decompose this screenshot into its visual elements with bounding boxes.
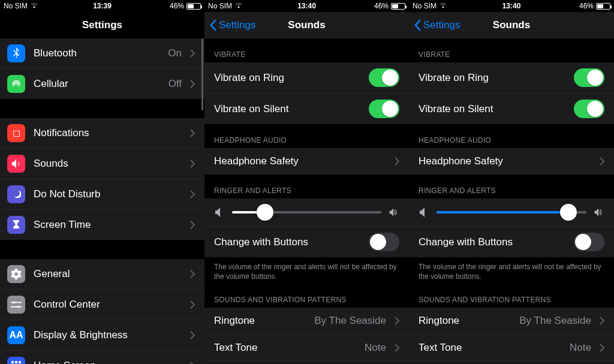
- page-title: Sounds: [493, 19, 530, 31]
- row-headphone-safety[interactable]: Headphone Safety: [409, 148, 614, 175]
- battery-icon: [391, 3, 405, 10]
- row-controlcenter[interactable]: Control Center: [0, 289, 204, 320]
- gear-icon: [7, 265, 25, 283]
- chevron-right-icon: [190, 331, 195, 339]
- row-new-voicemail[interactable]: New Voicemail Tri-tone: [204, 360, 409, 364]
- speaker-low-icon: [419, 207, 429, 218]
- chevron-right-icon: [395, 344, 399, 352]
- row-cellular[interactable]: Cellular Off: [0, 68, 204, 99]
- battery-icon: [186, 3, 201, 10]
- row-ringtone[interactable]: Ringtone By The Seaside: [409, 308, 614, 334]
- row-text-tone[interactable]: Text Tone Note: [409, 334, 614, 360]
- carrier-text: No SIM: [413, 2, 437, 10]
- nav-bar: Settings Sounds: [204, 12, 409, 38]
- row-value: By The Seaside: [314, 315, 386, 327]
- back-button[interactable]: Settings: [414, 12, 460, 38]
- row-general[interactable]: General: [0, 259, 204, 289]
- toggle-change-with-buttons[interactable]: [369, 233, 399, 251]
- row-change-with-buttons[interactable]: Change with Buttons: [204, 226, 409, 257]
- row-notifications[interactable]: ◻ Notifications: [0, 118, 204, 148]
- row-value: Note: [570, 342, 591, 354]
- ringer-volume-slider[interactable]: [232, 211, 381, 213]
- row-sounds[interactable]: Sounds: [0, 148, 204, 179]
- chevron-right-icon: [190, 300, 195, 309]
- row-vibrate-on-ring[interactable]: Vibrate on Ring: [409, 62, 614, 93]
- svg-rect-3: [11, 306, 22, 308]
- row-label: Change with Buttons: [214, 236, 360, 248]
- toggle-vibrate-on-ring[interactable]: [574, 68, 604, 87]
- row-display[interactable]: AA Display & Brightness: [0, 320, 204, 350]
- row-label: Ringtone: [419, 315, 511, 327]
- svg-rect-5: [15, 361, 17, 363]
- section-header-patterns: Sounds and Vibration Patterns: [409, 284, 614, 308]
- chevron-right-icon: [190, 49, 195, 58]
- back-button[interactable]: Settings: [209, 12, 255, 38]
- text-size-icon: AA: [7, 326, 25, 344]
- settings-list[interactable]: Bluetooth On Cellular Off ◻ Notification…: [0, 38, 204, 364]
- row-label: Headphone Safety: [419, 155, 591, 167]
- bluetooth-icon: [7, 44, 25, 62]
- row-headphone-safety[interactable]: Headphone Safety: [204, 148, 409, 175]
- battery-pct: 46%: [579, 2, 594, 10]
- carrier-text: No SIM: [208, 2, 232, 10]
- section-header-ringer: Ringer and Alerts: [409, 175, 614, 198]
- clock: 13:39: [93, 2, 112, 10]
- chevron-right-icon: [190, 270, 195, 278]
- row-label: Change with Buttons: [419, 236, 565, 248]
- row-vibrate-on-silent[interactable]: Vibrate on Silent: [409, 93, 614, 124]
- chevron-left-icon: [209, 19, 216, 31]
- row-screentime[interactable]: Screen Time: [0, 209, 204, 240]
- row-label: Home Screen: [34, 360, 182, 364]
- row-vibrate-on-ring[interactable]: Vibrate on Ring: [204, 62, 409, 93]
- row-new-voicemail[interactable]: New Voicemail Tri-tone: [409, 360, 614, 364]
- chevron-right-icon: [600, 157, 604, 166]
- status-bar: No SIM 13:39 46%: [0, 0, 204, 12]
- section-header-headphone: Headphone Audio: [409, 124, 614, 148]
- speaker-low-icon: [214, 207, 225, 218]
- chevron-right-icon: [190, 80, 195, 88]
- row-label: Control Center: [34, 299, 182, 311]
- row-ringtone[interactable]: Ringtone By The Seaside: [204, 308, 409, 334]
- nav-bar: Settings Sounds: [409, 12, 614, 38]
- toggle-vibrate-on-ring[interactable]: [369, 68, 399, 87]
- row-label: Cellular: [34, 78, 160, 90]
- chevron-left-icon: [414, 19, 421, 31]
- sliders-icon: [7, 296, 25, 314]
- row-label: Display & Brightness: [34, 329, 182, 341]
- row-label: Sounds: [34, 158, 182, 170]
- chevron-right-icon: [600, 317, 604, 325]
- chevron-right-icon: [190, 129, 195, 137]
- back-label: Settings: [423, 19, 460, 31]
- clock: 13:40: [502, 2, 521, 10]
- row-vibrate-on-silent[interactable]: Vibrate on Silent: [204, 93, 409, 124]
- toggle-vibrate-on-silent[interactable]: [574, 100, 604, 118]
- row-label: Headphone Safety: [214, 155, 386, 167]
- row-label: General: [34, 268, 182, 280]
- battery-icon: [596, 3, 610, 10]
- toggle-change-with-buttons[interactable]: [574, 233, 604, 251]
- clock: 13:40: [297, 2, 316, 10]
- speaker-high-icon: [594, 207, 604, 218]
- toggle-vibrate-on-silent[interactable]: [369, 100, 399, 118]
- moon-icon: [7, 185, 25, 203]
- notifications-icon: ◻: [7, 124, 25, 142]
- sounds-list[interactable]: Vibrate Vibrate on Ring Vibrate on Silen…: [204, 38, 409, 364]
- ringer-volume-slider[interactable]: [437, 211, 586, 213]
- row-label: Notifications: [34, 127, 182, 139]
- row-value: Note: [365, 342, 386, 354]
- chevron-right-icon: [600, 344, 604, 352]
- row-text-tone[interactable]: Text Tone Note: [204, 334, 409, 360]
- row-label: Bluetooth: [34, 47, 159, 59]
- row-change-with-buttons[interactable]: Change with Buttons: [409, 226, 614, 257]
- row-label: Text Tone: [214, 342, 356, 354]
- chevron-right-icon: [190, 190, 195, 198]
- svg-rect-1: [11, 302, 22, 303]
- carrier-text: No SIM: [4, 2, 28, 10]
- sounds-list[interactable]: Vibrate Vibrate on Ring Vibrate on Silen…: [409, 38, 614, 364]
- row-bluetooth[interactable]: Bluetooth On: [0, 38, 204, 68]
- scrollbar[interactable]: [201, 38, 203, 110]
- row-homescreen[interactable]: Home Screen: [0, 350, 204, 364]
- status-bar: No SIM 13:40 46%: [204, 0, 409, 12]
- section-header-vibrate: Vibrate: [409, 38, 614, 62]
- row-dnd[interactable]: Do Not Disturb: [0, 179, 204, 209]
